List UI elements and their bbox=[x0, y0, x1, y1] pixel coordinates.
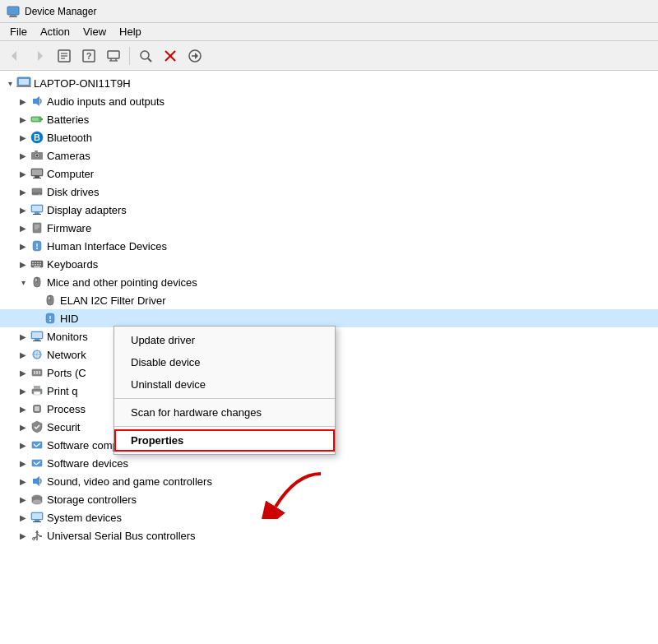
menu-help[interactable]: Help bbox=[113, 24, 148, 39]
systemdev-expander[interactable]: ▶ bbox=[16, 508, 30, 526]
tree-root[interactable]: ▾ LAPTOP-ONI11T9H bbox=[0, 74, 658, 92]
sound-label: Sound, video and game controllers bbox=[47, 475, 212, 488]
svg-point-111 bbox=[32, 499, 42, 504]
tree-item-bluetooth[interactable]: ▶ B Bluetooth bbox=[0, 128, 658, 146]
hid2-expander: ▶ bbox=[30, 309, 43, 327]
audio-expander[interactable]: ▶ bbox=[16, 92, 30, 110]
svg-rect-44 bbox=[35, 212, 39, 214]
ports-label: Ports (C bbox=[47, 367, 86, 379]
svg-rect-39 bbox=[32, 188, 42, 195]
ports-expander[interactable]: ▶ bbox=[16, 364, 30, 382]
bluetooth-expander[interactable]: ▶ bbox=[16, 128, 30, 146]
tree-item-softwaredev[interactable]: ▶ Software devices bbox=[0, 454, 658, 472]
svg-rect-65 bbox=[35, 279, 37, 281]
root-expander[interactable]: ▾ bbox=[3, 74, 16, 92]
device-manager-toolbar-button[interactable] bbox=[102, 44, 125, 67]
help-toolbar-button[interactable]: ? bbox=[77, 44, 100, 67]
softwarecomp-icon bbox=[30, 438, 44, 452]
process-expander[interactable]: ▶ bbox=[16, 400, 30, 418]
hid2-label: HID bbox=[60, 313, 78, 325]
softwaredev-expander[interactable]: ▶ bbox=[16, 454, 30, 472]
svg-rect-59 bbox=[35, 264, 36, 266]
tree-item-systemdev[interactable]: ▶ System devices bbox=[0, 508, 658, 526]
ports-icon bbox=[30, 365, 44, 380]
svg-rect-57 bbox=[39, 262, 41, 264]
tree-item-batteries[interactable]: ▶ Batteries bbox=[0, 110, 658, 128]
sound-icon bbox=[30, 474, 44, 489]
monitors-icon bbox=[30, 329, 44, 344]
context-disable-device[interactable]: Disable device bbox=[114, 351, 335, 373]
svg-rect-28 bbox=[32, 118, 39, 121]
context-scan-hardware[interactable]: Scan for hardware changes bbox=[114, 401, 335, 424]
tree-item-computer[interactable]: ▶ Computer bbox=[0, 164, 658, 183]
update-toolbar-button[interactable] bbox=[183, 44, 206, 67]
security-expander[interactable]: ▶ bbox=[16, 418, 30, 436]
mice-expander[interactable]: ▾ bbox=[16, 273, 30, 291]
context-properties[interactable]: Properties bbox=[114, 429, 335, 452]
tree-item-display[interactable]: ▶ Display adapters bbox=[0, 201, 658, 219]
svg-point-52 bbox=[36, 248, 38, 249]
computer-expander[interactable]: ▶ bbox=[16, 164, 30, 183]
storage-expander[interactable]: ▶ bbox=[16, 490, 30, 508]
network-label: Network bbox=[47, 349, 86, 361]
mice-label: Mice and other pointing devices bbox=[47, 276, 197, 289]
mice-icon bbox=[30, 275, 44, 290]
tree-item-sound[interactable]: ▶ Sound, video and game controllers bbox=[0, 472, 658, 490]
svg-line-16 bbox=[148, 58, 151, 62]
diskdrives-expander[interactable]: ▶ bbox=[16, 183, 30, 201]
elan-icon bbox=[43, 293, 58, 308]
tree-item-audio[interactable]: ▶ Audio inputs and outputs bbox=[0, 92, 658, 110]
storage-label: Storage controllers bbox=[47, 493, 137, 506]
keyboards-expander[interactable]: ▶ bbox=[16, 255, 30, 273]
tree-item-usb[interactable]: ▶ Universal Serial Bus controllers bbox=[0, 526, 658, 544]
computer-icon bbox=[30, 166, 44, 181]
tree-item-firmware[interactable]: ▶ Firmware bbox=[0, 219, 658, 237]
delete-toolbar-button[interactable] bbox=[159, 44, 182, 67]
tree-item-cameras[interactable]: ▶ Cameras bbox=[0, 146, 658, 164]
svg-rect-56 bbox=[37, 262, 39, 264]
monitors-expander[interactable]: ▶ bbox=[16, 327, 30, 345]
tree-item-hid2[interactable]: ▶ HID bbox=[0, 309, 658, 327]
properties-toolbar-button[interactable] bbox=[53, 44, 76, 67]
menu-file[interactable]: File bbox=[3, 24, 34, 39]
svg-rect-113 bbox=[32, 513, 42, 519]
svg-rect-82 bbox=[36, 371, 38, 374]
tree-item-diskdrives[interactable]: ▶ Disk drives bbox=[0, 183, 658, 201]
security-label: Securit bbox=[47, 421, 80, 433]
tree-item-hid[interactable]: ▶ Human Interface Devices bbox=[0, 237, 658, 255]
svg-rect-37 bbox=[35, 176, 39, 178]
svg-rect-68 bbox=[49, 297, 50, 299]
hid2-icon bbox=[43, 311, 58, 326]
storage-icon bbox=[30, 492, 44, 507]
cameras-expander[interactable]: ▶ bbox=[16, 146, 30, 164]
toolbar: ? bbox=[0, 41, 658, 71]
svg-rect-34 bbox=[35, 151, 38, 152]
svg-rect-36 bbox=[32, 169, 42, 175]
svg-marker-25 bbox=[33, 96, 39, 106]
tree-item-storage[interactable]: ▶ Storage controllers bbox=[0, 490, 658, 508]
batteries-expander[interactable]: ▶ bbox=[16, 110, 30, 128]
tree-item-keyboards[interactable]: ▶ Keyboards bbox=[0, 255, 658, 273]
forward-button[interactable] bbox=[28, 44, 51, 67]
network-expander[interactable]: ▶ bbox=[16, 345, 30, 364]
menu-view[interactable]: View bbox=[76, 24, 113, 39]
svg-rect-45 bbox=[33, 214, 41, 215]
display-expander[interactable]: ▶ bbox=[16, 201, 30, 219]
scan-toolbar-button[interactable] bbox=[134, 44, 157, 67]
tree-panel[interactable]: ▾ LAPTOP-ONI11T9H ▶ Audio inputs and out bbox=[0, 71, 658, 644]
usb-expander[interactable]: ▶ bbox=[16, 526, 30, 544]
sound-expander[interactable]: ▶ bbox=[16, 472, 30, 490]
tree-item-elan[interactable]: ▶ ELAN I2C Filter Driver bbox=[0, 291, 658, 309]
context-uninstall-device[interactable]: Uninstall device bbox=[114, 373, 335, 396]
printq-expander[interactable]: ▶ bbox=[16, 382, 30, 400]
menu-action[interactable]: Action bbox=[34, 24, 76, 39]
softwarecomp-expander[interactable]: ▶ bbox=[16, 436, 30, 454]
back-button[interactable] bbox=[3, 44, 26, 67]
tree-item-mice[interactable]: ▾ Mice and other pointing devices bbox=[0, 273, 658, 291]
svg-rect-89 bbox=[35, 406, 39, 411]
hid-expander[interactable]: ▶ bbox=[16, 237, 30, 255]
firmware-expander[interactable]: ▶ bbox=[16, 219, 30, 237]
svg-rect-75 bbox=[33, 341, 41, 341]
keyboards-label: Keyboards bbox=[47, 258, 98, 271]
context-update-driver[interactable]: Update driver bbox=[114, 329, 335, 351]
